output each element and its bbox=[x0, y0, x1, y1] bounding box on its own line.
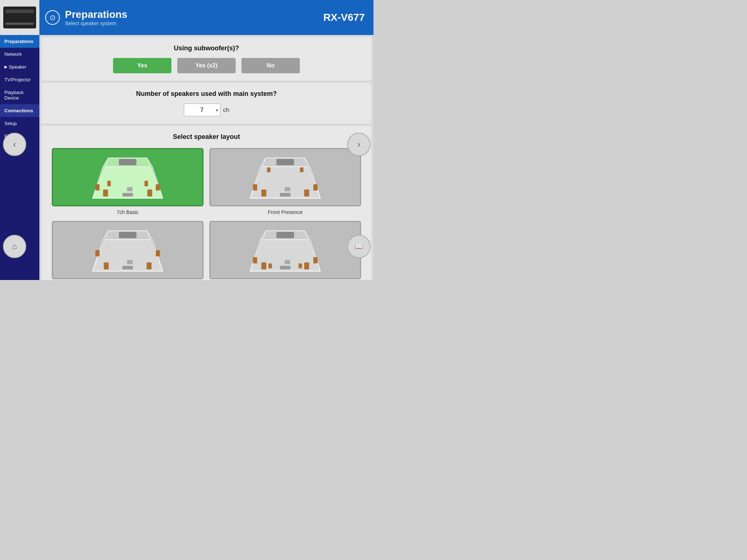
sidebar-item-connections[interactable]: Connections bbox=[0, 104, 39, 117]
layout-item-4 bbox=[209, 221, 361, 280]
svg-rect-36 bbox=[123, 266, 133, 269]
sidebar-item-playback[interactable]: Playback Device bbox=[0, 86, 39, 104]
svg-rect-37 bbox=[95, 250, 100, 256]
speakers-dropdown-row: 2 3 4 5 6 7 ch bbox=[50, 104, 363, 116]
prev-icon: ‹ bbox=[13, 139, 16, 149]
svg-rect-8 bbox=[123, 193, 133, 197]
svg-rect-23 bbox=[304, 190, 309, 197]
svg-rect-24 bbox=[280, 193, 291, 197]
svg-rect-38 bbox=[156, 250, 160, 256]
next-icon: › bbox=[357, 139, 360, 149]
svg-rect-45 bbox=[276, 232, 294, 238]
header-text: Preparations Select speaker system bbox=[65, 9, 127, 26]
logo-area bbox=[0, 0, 39, 35]
svg-rect-21 bbox=[300, 167, 303, 172]
ch-label: ch bbox=[223, 107, 229, 113]
svg-rect-6 bbox=[103, 190, 108, 197]
subwoofer-yes2-button[interactable]: Yes (x2) bbox=[177, 58, 236, 73]
sidebar-item-setup[interactable]: Setup bbox=[0, 117, 39, 130]
svg-rect-12 bbox=[144, 181, 148, 186]
header: ⊙ Preparations Select speaker system RX-… bbox=[0, 0, 374, 35]
prev-button[interactable]: ‹ bbox=[3, 133, 26, 156]
speakers-section: Number of speakers used with main system… bbox=[42, 83, 371, 124]
svg-rect-26 bbox=[313, 184, 318, 190]
back-button[interactable]: ⊙ bbox=[45, 10, 60, 25]
sidebar-label-tvprojector: TV/Projector bbox=[4, 77, 31, 82]
sidebar-label-network: Network bbox=[4, 51, 22, 57]
svg-rect-5 bbox=[119, 159, 136, 165]
layout-card-4[interactable] bbox=[209, 221, 361, 279]
speakers-title: Number of speakers used with main system… bbox=[50, 90, 363, 98]
sidebar-label-speaker: Speaker bbox=[9, 64, 26, 70]
receiver-image bbox=[3, 7, 36, 28]
channel-select-wrapper: 2 3 4 5 6 7 bbox=[184, 104, 220, 116]
svg-rect-20 bbox=[267, 167, 271, 172]
svg-rect-35 bbox=[147, 262, 151, 269]
sidebar-label-preparations: Preparations bbox=[4, 39, 33, 44]
svg-rect-49 bbox=[299, 264, 302, 268]
svg-rect-19 bbox=[276, 159, 294, 165]
layout-label-front-presence: Front Presence bbox=[268, 209, 303, 215]
layout-svg-4 bbox=[210, 222, 360, 278]
svg-rect-34 bbox=[104, 262, 109, 269]
sidebar-item-speaker[interactable]: ▶ Speaker bbox=[0, 61, 39, 73]
sidebar-label-connections: Connections bbox=[4, 108, 33, 113]
layout-card-7ch[interactable] bbox=[52, 148, 204, 206]
svg-rect-11 bbox=[107, 181, 111, 186]
layout-label-7ch: 7ch Basic bbox=[117, 209, 139, 215]
svg-rect-51 bbox=[253, 257, 257, 263]
layout-grid: 7ch Basic bbox=[50, 147, 363, 280]
layout-card-front-presence[interactable] bbox=[209, 148, 361, 206]
header-content: ⊙ Preparations Select speaker system bbox=[39, 9, 323, 26]
main-content: Using subwoofer(s)? Yes Yes (x2) No Numb… bbox=[39, 35, 374, 280]
layout-svg-3 bbox=[53, 222, 202, 278]
sidebar-label-setup: Setup bbox=[4, 121, 17, 126]
home-icon: ⌂ bbox=[12, 242, 17, 251]
next-button[interactable]: › bbox=[347, 133, 371, 156]
svg-rect-7 bbox=[147, 190, 152, 197]
home-button[interactable]: ⌂ bbox=[3, 235, 26, 258]
layout-item-3 bbox=[52, 221, 204, 280]
model-name: RX-V677 bbox=[323, 12, 365, 23]
svg-rect-39 bbox=[127, 260, 132, 264]
page-subtitle: Select speaker system bbox=[65, 20, 127, 26]
page-title: Preparations bbox=[65, 9, 127, 20]
svg-rect-27 bbox=[285, 187, 290, 191]
channel-select[interactable]: 2 3 4 5 6 7 bbox=[184, 104, 220, 116]
layout-svg-front-presence bbox=[210, 149, 360, 205]
svg-rect-9 bbox=[95, 184, 100, 190]
svg-rect-50 bbox=[280, 266, 291, 269]
subwoofer-section: Using subwoofer(s)? Yes Yes (x2) No bbox=[42, 37, 371, 81]
svg-rect-47 bbox=[304, 262, 309, 269]
sidebar-item-tvprojector[interactable]: TV/Projector bbox=[0, 73, 39, 86]
svg-rect-48 bbox=[268, 264, 272, 268]
svg-rect-13 bbox=[127, 187, 132, 191]
svg-rect-25 bbox=[253, 184, 257, 190]
svg-rect-10 bbox=[156, 184, 160, 190]
svg-rect-33 bbox=[119, 232, 136, 238]
sidebar-item-preparations[interactable]: Preparations bbox=[0, 35, 39, 48]
svg-rect-22 bbox=[262, 190, 266, 197]
layout-item-7ch: 7ch Basic bbox=[52, 148, 204, 215]
layout-section: Select speaker layout bbox=[42, 126, 371, 280]
layout-item-front-presence: Front Presence bbox=[209, 148, 361, 215]
svg-rect-53 bbox=[285, 260, 290, 264]
sidebar-item-network[interactable]: Network bbox=[0, 48, 39, 61]
layout-title: Select speaker layout bbox=[50, 133, 363, 141]
layout-svg-7ch bbox=[53, 149, 202, 205]
subwoofer-no-button[interactable]: No bbox=[241, 58, 300, 73]
subwoofer-buttons: Yes Yes (x2) No bbox=[50, 58, 363, 73]
help-button[interactable]: 📖 bbox=[347, 235, 371, 258]
svg-rect-46 bbox=[262, 262, 266, 269]
subwoofer-yes-button[interactable]: Yes bbox=[113, 58, 171, 73]
subwoofer-title: Using subwoofer(s)? bbox=[50, 44, 363, 52]
speaker-arrow-icon: ▶ bbox=[4, 65, 7, 69]
help-icon: 📖 bbox=[355, 242, 363, 250]
sidebar-label-playback: Playback Device bbox=[4, 90, 35, 101]
layout-card-3[interactable] bbox=[52, 221, 204, 279]
svg-rect-52 bbox=[313, 257, 318, 263]
